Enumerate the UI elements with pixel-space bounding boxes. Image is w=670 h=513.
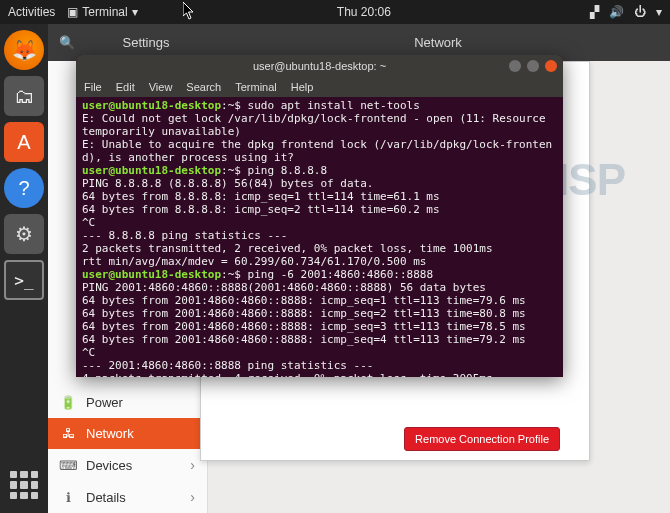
settings-title: Settings (86, 35, 206, 50)
terminal-menubar: File Edit View Search Terminal Help (76, 77, 563, 97)
prompt-path: :~$ (221, 164, 241, 177)
term-line: E: Unable to acquire the dpkg frontend l… (82, 138, 552, 164)
terminal-title: user@ubuntu18-desktop: ~ (76, 60, 563, 72)
term-line: 64 bytes from 8.8.8.8: icmp_seq=1 ttl=11… (82, 190, 440, 203)
activities-button[interactable]: Activities (8, 5, 55, 19)
term-line: PING 2001:4860:4860::8888(2001:4860:4860… (82, 281, 486, 294)
term-line: PING 8.8.8.8 (8.8.8.8) 56(84) bytes of d… (82, 177, 373, 190)
term-line: 4 packets transmitted, 4 received, 0% pa… (82, 372, 493, 377)
terminal-titlebar[interactable]: user@ubuntu18-desktop: ~ (76, 55, 563, 77)
term-line: ping 8.8.8.8 (241, 164, 327, 177)
sidebar-item-label: Devices (86, 458, 132, 473)
term-line: rtt min/avg/max/mdev = 60.299/60.734/61.… (82, 255, 426, 268)
sidebar-item-label: Details (86, 490, 126, 505)
dock-software[interactable]: A (4, 122, 44, 162)
topbar-clock[interactable]: Thu 20:06 (337, 5, 391, 19)
dock-settings[interactable]: ⚙ (4, 214, 44, 254)
chevron-right-icon: › (190, 457, 195, 473)
sidebar-item-power[interactable]: 🔋 Power (48, 387, 207, 418)
menu-terminal[interactable]: Terminal (235, 81, 277, 93)
term-line: 64 bytes from 2001:4860:4860::8888: icmp… (82, 307, 526, 320)
volume-icon[interactable]: 🔊 (609, 5, 624, 19)
devices-icon: ⌨ (60, 458, 76, 473)
gnome-topbar: Activities ▣ Terminal ▾ Thu 20:06 ▞ 🔊 ⏻ … (0, 0, 670, 24)
dock: 🦊 🗂 A ? ⚙ >_ (0, 24, 48, 513)
terminal-body[interactable]: user@ubuntu18-desktop:~$ sudo apt instal… (76, 97, 563, 377)
term-line: 2 packets transmitted, 2 received, 0% pa… (82, 242, 493, 255)
dock-help[interactable]: ? (4, 168, 44, 208)
term-line: 64 bytes from 2001:4860:4860::8888: icmp… (82, 320, 526, 333)
topbar-app-label: Terminal (82, 5, 127, 19)
term-line: ^C (82, 216, 95, 229)
menu-help[interactable]: Help (291, 81, 314, 93)
menu-view[interactable]: View (149, 81, 173, 93)
chevron-right-icon: › (190, 489, 195, 505)
details-icon: ℹ (60, 490, 76, 505)
menu-file[interactable]: File (84, 81, 102, 93)
prompt: user@ubuntu18-desktop (82, 268, 221, 281)
term-line: 64 bytes from 8.8.8.8: icmp_seq=2 ttl=11… (82, 203, 440, 216)
prompt: user@ubuntu18-desktop (82, 99, 221, 112)
network-status-icon[interactable]: ▞ (590, 5, 599, 19)
term-line: sudo apt install net-tools (241, 99, 420, 112)
sidebar-item-details[interactable]: ℹDetails › (48, 481, 207, 513)
sidebar-item-label: Power (86, 395, 123, 410)
settings-page-title: Network (206, 35, 670, 50)
network-icon: 🖧 (60, 426, 76, 441)
terminal-icon: ▣ (67, 5, 78, 19)
term-line: ^C (82, 346, 95, 359)
dock-firefox[interactable]: 🦊 (4, 30, 44, 70)
chevron-down-icon: ▾ (132, 5, 138, 19)
prompt-path: :~$ (221, 99, 241, 112)
menu-search[interactable]: Search (186, 81, 221, 93)
dock-show-apps[interactable] (6, 467, 42, 503)
terminal-window[interactable]: user@ubuntu18-desktop: ~ File Edit View … (76, 55, 563, 377)
term-line: E: Could not get lock /var/lib/dpkg/lock… (82, 112, 552, 138)
search-icon: 🔍 (59, 35, 75, 50)
term-line: --- 8.8.8.8 ping statistics --- (82, 229, 287, 242)
topbar-app-menu[interactable]: ▣ Terminal ▾ (67, 5, 137, 19)
term-line: --- 2001:4860:4860::8888 ping statistics… (82, 359, 373, 372)
sidebar-item-label: Network (86, 426, 134, 441)
menu-edit[interactable]: Edit (116, 81, 135, 93)
chevron-down-icon[interactable]: ▾ (656, 5, 662, 19)
term-line: 64 bytes from 2001:4860:4860::8888: icmp… (82, 294, 526, 307)
dock-terminal[interactable]: >_ (4, 260, 44, 300)
sidebar-item-devices[interactable]: ⌨Devices › (48, 449, 207, 481)
remove-connection-button[interactable]: Remove Connection Profile (404, 427, 560, 451)
prompt-path: :~$ (221, 268, 241, 281)
power-icon: 🔋 (60, 395, 76, 410)
power-icon[interactable]: ⏻ (634, 5, 646, 19)
term-line: ping -6 2001:4860:4860::8888 (241, 268, 433, 281)
prompt: user@ubuntu18-desktop (82, 164, 221, 177)
dock-files[interactable]: 🗂 (4, 76, 44, 116)
window-maximize-button[interactable] (527, 60, 539, 72)
sidebar-item-network[interactable]: 🖧 Network (48, 418, 207, 449)
window-close-button[interactable] (545, 60, 557, 72)
search-button[interactable]: 🔍 (48, 35, 86, 50)
window-minimize-button[interactable] (509, 60, 521, 72)
term-line: 64 bytes from 2001:4860:4860::8888: icmp… (82, 333, 526, 346)
